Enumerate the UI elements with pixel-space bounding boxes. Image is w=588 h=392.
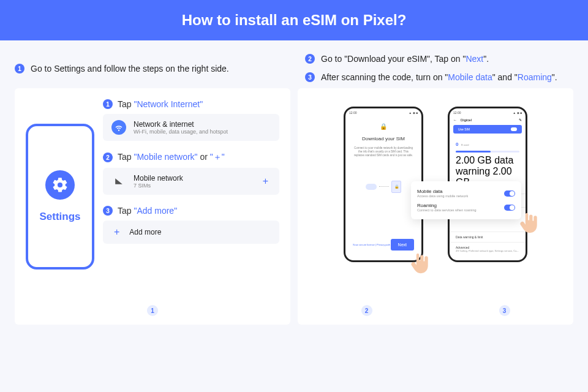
card-addmore-title: Add more <box>129 228 271 236</box>
intro-left-text: Go to Settings and follow the steps on t… <box>31 64 229 74</box>
intro-right-text-3: After scanning the code, turn on "Mobile… <box>321 72 557 82</box>
left-step-num-2: 2 <box>103 153 113 162</box>
status-bar: 12:00▲ ◆ ■ <box>450 108 526 115</box>
next-button[interactable]: Next <box>391 239 414 251</box>
switch-on-icon[interactable] <box>504 190 515 197</box>
step-number-2: 2 <box>305 54 315 64</box>
wifi-icon <box>111 120 126 135</box>
gear-icon <box>45 170 75 200</box>
phone-data-wrap: 12:00▲ ◆ ■ ← Digicel ✎ Use SIM 0 <box>448 107 527 262</box>
page-header: How to install an eSIM on Pixel? <box>0 0 588 40</box>
left-step-1: 1 Tap "Network Internet" Network & inter… <box>103 99 279 141</box>
download-desc: Connect to your mobile network by downlo… <box>350 146 417 157</box>
left-step-text-2: Tap "Mobile network" or "＋" <box>118 152 225 163</box>
panel-phone-screens: 12:00▲ ◆ ■ 🔒 Download your SIM Connect t… <box>298 88 573 325</box>
status-bar: 12:00▲ ◆ ■ <box>345 108 421 115</box>
footer-badge-3: 3 <box>499 305 510 316</box>
left-step-2: 2 Tap "Mobile network" or "＋" Mobile net… <box>103 152 279 195</box>
toggle-on-icon <box>511 127 517 131</box>
cloud-icon <box>366 184 377 190</box>
intro-steps: 1 Go to Settings and follow the steps on… <box>0 40 588 88</box>
settings-label: Settings <box>39 211 80 223</box>
back-icon[interactable]: ← <box>453 118 457 122</box>
download-links[interactable]: Scan secure license | Privacy path <box>353 243 390 246</box>
mobile-data-toggle[interactable]: Mobile data Access data using mobile net… <box>417 186 515 200</box>
download-illustration: 🔒 <box>366 181 401 193</box>
switch-on-icon[interactable] <box>504 205 515 211</box>
panel-settings-steps: Settings 1 Tap "Network Internet" Networ… <box>15 88 290 325</box>
left-step-num-1: 1 <box>103 99 113 109</box>
sim-icon: 🔒 <box>391 181 401 193</box>
page-title: How to install an eSIM on Pixel? <box>182 12 407 29</box>
card-mobile-network[interactable]: Mobile network 7 SIMs + <box>103 168 279 195</box>
panel1-footer: 1 <box>15 305 290 316</box>
carrier-header: ← Digicel ✎ <box>450 116 526 124</box>
plus-icon[interactable]: + <box>260 176 271 187</box>
panels: Settings 1 Tap "Network Internet" Networ… <box>0 88 588 325</box>
card-mobile-sub: 7 SIMs <box>134 183 253 189</box>
intro-right-text-2: Go to "Download your eSIM", Tap on "Next… <box>321 54 489 64</box>
lock-icon: 🔒 <box>380 123 387 130</box>
advanced-row[interactable]: Advanced 4G Calling, Preferred network t… <box>450 242 526 255</box>
card-mobile-title: Mobile network <box>134 174 253 183</box>
left-step-3: 3 Tap "Add more" + Add more <box>103 206 279 244</box>
intro-row-3: 3 After scanning the code, turn on "Mobi… <box>305 72 573 82</box>
plus-icon: + <box>111 227 122 238</box>
card-network-sub: Wi-Fi, mobile, data usage, and hotspot <box>134 129 271 135</box>
footer-badge-2: 2 <box>361 305 372 316</box>
left-step-text-1: Tap "Network Internet" <box>118 99 203 109</box>
edit-icon[interactable]: ✎ <box>519 118 522 122</box>
intro-right: 2 Go to "Download your eSIM", Tap on "Ne… <box>305 54 573 82</box>
intro-left: 1 Go to Settings and follow the steps on… <box>15 54 283 82</box>
settings-phone: Settings <box>26 124 94 270</box>
left-step-text-3: Tap "Add more" <box>118 206 177 216</box>
toggle-callout: Mobile data Access data using mobile net… <box>411 181 521 219</box>
left-steps-list: 1 Tap "Network Internet" Network & inter… <box>103 99 279 270</box>
footer-badge-1: 1 <box>147 305 158 316</box>
left-step-num-3: 3 <box>103 206 113 216</box>
step-number-3: 3 <box>305 72 315 82</box>
card-add-more[interactable]: + Add more <box>103 221 279 244</box>
step-number-1: 1 <box>15 64 24 74</box>
panel2-footer: 2 3 <box>298 305 573 316</box>
use-sim-toggle[interactable]: Use SIM <box>453 125 522 134</box>
signal-icon <box>111 174 126 189</box>
download-title: Download your SIM <box>362 136 405 141</box>
roaming-toggle[interactable]: Roaming Connect to data services when ro… <box>417 200 515 214</box>
card-network-title: Network & internet <box>134 120 271 129</box>
carrier-name: Digicel <box>461 118 472 122</box>
card-network-internet[interactable]: Network & internet Wi-Fi, mobile, data u… <box>103 114 279 141</box>
intro-row-2: 2 Go to "Download your eSIM", Tap on "Ne… <box>305 54 573 64</box>
data-warning-row[interactable]: Data warning & limit <box>450 232 526 242</box>
